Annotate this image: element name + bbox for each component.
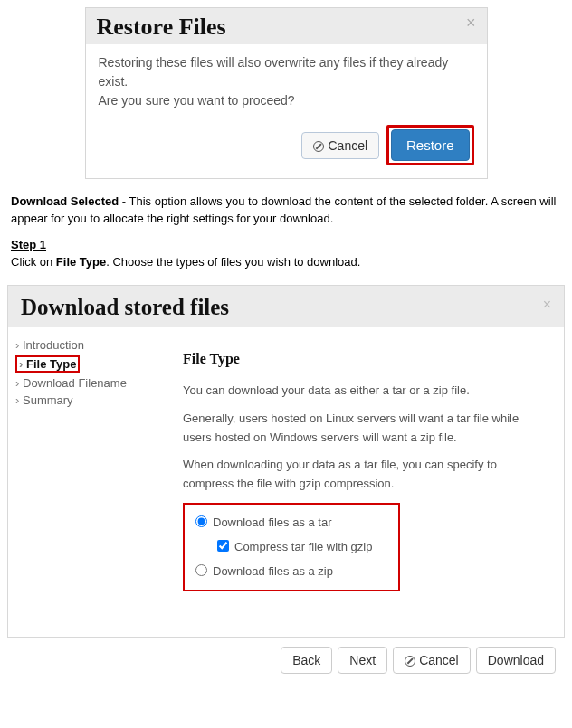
wizard-nav-introduction[interactable]: ›Introduction xyxy=(14,336,157,354)
step-1-heading: Step 1 xyxy=(11,238,46,251)
close-icon[interactable]: × xyxy=(543,297,551,313)
step-1-prefix: Click on xyxy=(11,255,56,269)
panel-paragraph-3: When downloading your data as a tar file… xyxy=(183,456,539,494)
highlight-file-type: ›File Type xyxy=(15,355,80,373)
restore-files-dialog: Restore Files × Restoring these files wi… xyxy=(85,7,488,179)
panel-paragraph-1: You can download your data as either a t… xyxy=(183,382,539,401)
wizard-panel-file-type: File Type You can download your data as … xyxy=(157,327,564,637)
prohibit-icon xyxy=(405,656,415,667)
next-button[interactable]: Next xyxy=(338,647,387,674)
option-gzip[interactable]: Compress tar file with gzip xyxy=(217,538,387,557)
download-button[interactable]: Download xyxy=(476,647,556,674)
wizard-footer: Back Next Cancel Download xyxy=(7,638,565,685)
dialog-body: ›Introduction ›File Type ›Download Filen… xyxy=(8,327,564,637)
back-button[interactable]: Back xyxy=(281,647,332,674)
dialog-header: Download stored files × xyxy=(8,286,564,327)
chevron-right-icon: › xyxy=(15,393,23,407)
restore-label: Restore xyxy=(406,137,454,153)
restore-button[interactable]: Restore xyxy=(391,129,470,161)
confirmation-line-2: Are you sure you want to proceed? xyxy=(99,91,474,110)
option-zip[interactable]: Download files as a zip xyxy=(195,563,387,581)
chevron-right-icon: › xyxy=(15,376,23,390)
confirmation-line-1: Restoring these files will also overwrit… xyxy=(99,53,474,91)
doc-text: Download Selected - This option allows y… xyxy=(0,179,572,285)
highlight-restore: Restore xyxy=(386,125,474,165)
wizard-nav-download-filename[interactable]: ›Download Filename xyxy=(14,374,157,392)
download-selected-label: Download Selected xyxy=(11,194,119,208)
dialog-title: Restore Files xyxy=(97,14,226,40)
dialog-body: Restoring these files will also overwrit… xyxy=(86,44,487,125)
chevron-right-icon: › xyxy=(15,338,23,352)
close-icon[interactable]: × xyxy=(466,14,476,33)
cancel-button[interactable]: Cancel xyxy=(393,647,471,674)
dialog-title: Download stored files xyxy=(21,295,229,319)
checkbox-gzip[interactable] xyxy=(217,540,229,552)
panel-paragraph-2: Generally, users hosted on Linux servers… xyxy=(183,410,539,448)
prohibit-icon xyxy=(313,141,324,152)
download-selected-paragraph: Download Selected - This option allows y… xyxy=(11,194,561,228)
dialog-button-row: Cancel Restore xyxy=(86,125,487,178)
option-tar[interactable]: Download files as a tar xyxy=(195,514,387,533)
panel-heading: File Type xyxy=(183,347,539,371)
wizard-nav-summary[interactable]: ›Summary xyxy=(14,392,157,409)
radio-tar[interactable] xyxy=(195,515,207,527)
file-type-options: Download files as a tar Compress tar fil… xyxy=(183,503,400,591)
radio-zip[interactable] xyxy=(195,564,207,576)
wizard-nav-file-type[interactable]: ›File Type xyxy=(14,354,157,374)
wizard-nav: ›Introduction ›File Type ›Download Filen… xyxy=(8,327,157,637)
step-1-suffix: . Choose the types of files you wish to … xyxy=(106,255,360,269)
cancel-button[interactable]: Cancel xyxy=(301,132,379,159)
cancel-label: Cancel xyxy=(328,138,367,153)
dialog-header: Restore Files × xyxy=(86,8,487,44)
chevron-right-icon: › xyxy=(19,357,26,371)
step-1-bold: File Type xyxy=(56,255,106,269)
download-stored-files-dialog: Download stored files × ›Introduction ›F… xyxy=(7,285,565,638)
